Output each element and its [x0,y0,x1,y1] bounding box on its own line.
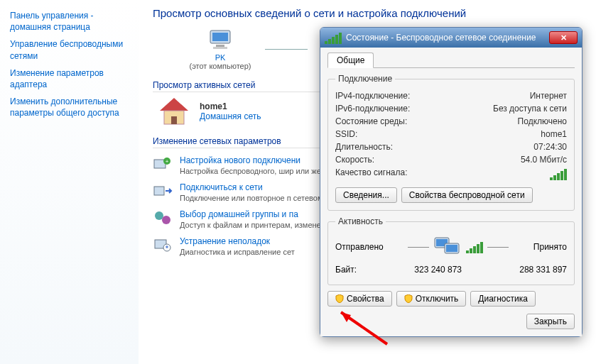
svg-rect-2 [216,45,224,47]
active-network-name: home1 [200,101,261,111]
sidebar-link-wireless[interactable]: Управление беспроводными сетями [0,35,139,64]
properties-button[interactable]: Свойства [327,291,392,307]
computer-icon [206,28,234,52]
active-network-type[interactable]: Домашняя сеть [200,111,261,121]
ssid-label: SSID: [335,129,357,139]
signal-icon [466,241,483,253]
tab-strip: Общие [327,52,575,68]
ssid-value: home1 [541,129,567,139]
svg-rect-21 [446,245,457,252]
activity-group: Активность Отправлено Принято Байт: 323 … [327,216,575,285]
wireless-props-button[interactable]: Свойства беспроводной сети [401,187,533,203]
media-label: Состояние среды: [335,116,407,126]
svg-rect-1 [212,33,228,41]
connect-network-icon [153,182,173,199]
sent-label: Отправлено [335,242,384,252]
troubleshoot-icon [153,236,173,253]
dialog-title: Состояние - Беспроводное сетевое соедине… [346,33,549,43]
bytes-recv-value: 288 331 897 [519,265,567,275]
activity-line [487,247,509,248]
sidebar: Панель управления - домашняя страница Уп… [0,0,139,364]
svg-marker-7 [160,98,188,111]
shield-icon [404,294,413,303]
dialog-titlebar[interactable]: Состояние - Беспроводное сетевое соедине… [320,28,582,48]
ipv4-value: Интернет [530,91,567,101]
details-button[interactable]: Сведения... [335,187,397,203]
house-icon [157,96,191,126]
map-pc-sub: (этот компьютер) [189,62,251,70]
new-connection-icon: + [153,155,173,172]
ipv6-value: Без доступа к сети [493,104,567,114]
connection-group: Подключение IPv4-подключение:Интернет IP… [327,74,575,211]
activity-legend: Активность [335,216,386,226]
duration-label: Длительность: [335,142,393,152]
ipv4-label: IPv4-подключение: [335,91,410,101]
connection-legend: Подключение [335,74,395,84]
svg-point-14 [155,211,163,220]
task-troubleshoot[interactable]: Устранение неполадок [180,236,295,246]
tab-general[interactable]: Общие [327,53,374,68]
status-dialog: Состояние - Беспроводное сетевое соедине… [320,27,583,337]
close-dialog-button[interactable]: Закрыть [526,314,575,329]
map-pc-label[interactable]: PK [215,53,226,62]
signal-icon [325,31,342,44]
svg-point-15 [162,216,170,224]
duration-value: 07:24:30 [533,142,567,152]
sidebar-link-home[interactable]: Панель управления - домашняя страница [0,7,139,35]
computers-icon [433,235,462,259]
bytes-label: Байт: [335,265,357,275]
activity-line [408,247,429,248]
disable-button[interactable]: Отключить [396,291,467,307]
sidebar-link-adapter[interactable]: Изменение параметров адаптера [0,65,139,93]
speed-label: Скорость: [335,155,374,165]
svg-text:+: + [166,158,169,165]
svg-rect-13 [154,187,164,195]
task-desc: Диагностика и исправление сет [180,248,295,256]
shield-icon [335,294,344,303]
svg-rect-3 [213,47,227,49]
bytes-sent-value: 323 240 873 [414,265,462,275]
signal-bars-icon [550,167,567,180]
homegroup-icon [153,209,173,226]
svg-rect-9 [171,116,177,124]
close-button[interactable]: ✕ [549,31,578,44]
page-heading: Просмотр основных сведений о сети и наст… [153,7,582,19]
recv-label: Принято [533,242,567,252]
signal-label: Качество сигнала: [335,167,407,180]
map-connector [265,49,308,50]
diagnostics-button[interactable]: Диагностика [470,291,536,307]
sidebar-link-sharing[interactable]: Изменить дополнительные параметры общего… [0,93,139,121]
speed-value: 54.0 Мбит/с [521,155,567,165]
media-value: Подключено [518,116,567,126]
ipv6-label: IPv6-подключение: [335,104,410,114]
